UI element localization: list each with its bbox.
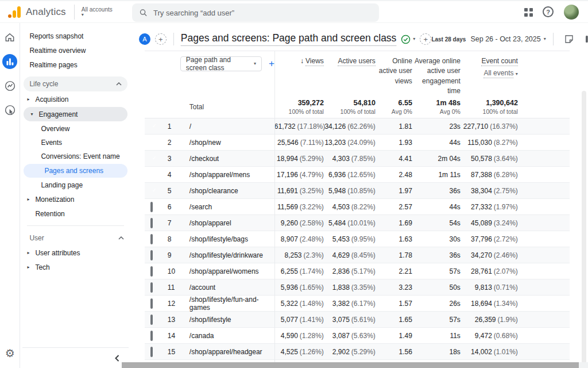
- help-icon[interactable]: ?: [543, 6, 554, 17]
- row-number: 10: [165, 267, 183, 275]
- user-avatar[interactable]: [564, 5, 579, 20]
- row-checkbox[interactable]: [150, 218, 153, 228]
- sidebar-item-retention[interactable]: Retention: [20, 206, 130, 221]
- section-label: User: [29, 234, 44, 242]
- page-path: /shop/lifestyle/drinkware: [183, 251, 274, 259]
- row-checkbox[interactable]: [150, 282, 153, 293]
- row-number: 9: [165, 251, 183, 259]
- sidebar-item-monetization[interactable]: ▸ Monetization: [20, 192, 130, 206]
- divider: [74, 5, 75, 20]
- check-circle-icon: [401, 34, 411, 44]
- column-divider: [274, 51, 275, 363]
- reports-icon[interactable]: [2, 54, 17, 69]
- horizontal-scrollbar: [122, 362, 588, 368]
- row-number: 1: [165, 122, 183, 131]
- chevron-down-icon: ▾: [516, 71, 518, 76]
- sidebar-item-landing-page[interactable]: Landing page: [20, 178, 130, 192]
- expand-arrow-icon: ▸: [27, 264, 33, 270]
- row-checkbox[interactable]: [150, 234, 153, 244]
- sidebar-item-user-attributes[interactable]: ▸ User attributes: [20, 246, 130, 260]
- row-number: 8: [165, 235, 183, 243]
- table-row: 7 /shop/apparel 9,260(2.58%) 5,484(10.01…: [145, 215, 570, 231]
- report-status-badge[interactable]: ▾: [401, 34, 415, 44]
- row-number: 15: [165, 348, 183, 356]
- row-checkbox[interactable]: [150, 315, 153, 325]
- page-path: /shop/lifestyle/bags: [183, 235, 274, 243]
- property-badge[interactable]: A: [139, 33, 150, 45]
- row-checkbox[interactable]: [150, 202, 153, 212]
- sidebar-item-events[interactable]: Events: [20, 136, 130, 150]
- home-icon[interactable]: [2, 30, 17, 45]
- page-path: /search: [183, 203, 274, 211]
- column-header-online-views[interactable]: Online active user views: [376, 56, 412, 86]
- table-header: Page path and screen class ▾ + ↓Views Ac…: [145, 51, 570, 95]
- table-total-row: Total 359,272100% of total 54,810100% of…: [145, 95, 570, 118]
- notes-icon[interactable]: [564, 34, 574, 44]
- event-filter[interactable]: All events ▾: [461, 68, 518, 78]
- row-checkbox[interactable]: [150, 331, 153, 341]
- search-bar[interactable]: [132, 3, 379, 22]
- sidebar-item-reports-snapshot[interactable]: Reports snapshot: [20, 29, 130, 43]
- row-number: 6: [165, 203, 183, 211]
- explore-icon[interactable]: [2, 78, 17, 93]
- row-number: 7: [165, 219, 183, 227]
- sidebar-item-acquisition[interactable]: ▸ Acquisition: [20, 92, 130, 106]
- collapse-arrow-icon: ▾: [30, 112, 36, 117]
- add-report-button[interactable]: +: [420, 33, 431, 45]
- chevron-down-icon: ▾: [82, 13, 84, 17]
- sidebar-item-realtime-overview[interactable]: Realtime overview: [20, 43, 130, 57]
- apps-grid-icon[interactable]: [524, 8, 532, 16]
- dimension-selector[interactable]: Page path and screen class ▾: [180, 56, 262, 71]
- row-number: 13: [165, 316, 183, 324]
- app-bar: Analytics All accounts ▾ ?: [0, 0, 588, 23]
- chevron-down-icon: ▾: [544, 37, 546, 41]
- page-title[interactable]: Pages and screens: Page path and screen …: [181, 32, 397, 46]
- sidebar-item-conversions[interactable]: Conversions: Event name: [20, 150, 130, 163]
- divider: [553, 33, 554, 45]
- row-checkbox[interactable]: [150, 266, 153, 277]
- column-header-avg-engagement[interactable]: Average online active user engagement ti…: [412, 56, 461, 97]
- table-row: 3 /checkout 18,994(5.29%) 4,303(7.85%) 4…: [145, 151, 570, 167]
- add-comparison-button[interactable]: +: [155, 33, 167, 45]
- row-checkbox[interactable]: [150, 347, 153, 357]
- chevron-up-icon: [118, 236, 124, 240]
- product-name: Analytics: [26, 6, 66, 18]
- vertical-scrollbar[interactable]: [582, 91, 586, 365]
- column-header-active-users[interactable]: Active users: [324, 56, 376, 66]
- section-label: Life cycle: [29, 80, 58, 88]
- sidebar-item-overview[interactable]: Overview: [20, 122, 130, 136]
- expand-arrow-icon: ▸: [27, 97, 33, 102]
- admin-gear-icon[interactable]: ⚙: [5, 347, 15, 360]
- date-range-selector[interactable]: Sep 26 - Oct 23, 2025: [470, 35, 540, 43]
- horizontal-scrollbar-thumb[interactable]: [122, 362, 579, 368]
- account-selector-label: All accounts: [82, 6, 113, 13]
- page-path: /shop/apparel/womens: [183, 267, 274, 275]
- row-number: 11: [165, 283, 183, 292]
- comparison-icon[interactable]: [584, 34, 588, 44]
- page-path: /: [183, 122, 274, 131]
- add-dimension-button[interactable]: +: [269, 58, 274, 70]
- table-row: 10 /shop/apparel/womens 6,255(1.74%) 2,8…: [145, 263, 570, 279]
- section-life-cycle[interactable]: Life cycle: [24, 76, 127, 91]
- search-input[interactable]: [153, 9, 372, 17]
- chevron-down-icon: ▾: [413, 37, 415, 41]
- page-path: /shop/new: [183, 139, 274, 147]
- row-checkbox[interactable]: [150, 250, 153, 260]
- report-content: A + Pages and screens: Page path and scr…: [131, 23, 588, 368]
- analytics-logo-icon: [8, 6, 21, 18]
- sidebar-item-realtime-pages[interactable]: Realtime pages: [20, 57, 130, 72]
- collapse-sidebar-button[interactable]: [22, 347, 128, 368]
- table-row: 4 /shop/apparel/mens 17,196(4.79%) 6,936…: [145, 167, 570, 183]
- row-checkbox[interactable]: [150, 298, 153, 309]
- section-user[interactable]: User: [20, 231, 130, 246]
- sidebar-item-engagement[interactable]: ▾ Engagement: [24, 107, 127, 121]
- account-selector[interactable]: All accounts ▾: [82, 6, 113, 17]
- advertising-icon[interactable]: [2, 102, 17, 117]
- page-path: /shop/apparel/mens: [183, 171, 274, 179]
- sidebar-item-pages-and-screens[interactable]: Pages and screens: [24, 164, 127, 178]
- sidebar-item-tech[interactable]: ▸ Tech: [20, 260, 130, 274]
- column-header-views[interactable]: ↓Views: [274, 56, 324, 66]
- sort-desc-icon: ↓: [300, 57, 304, 65]
- column-header-event-count[interactable]: Event count All events ▾: [461, 56, 518, 79]
- report-nav: Reports snapshot Realtime overview Realt…: [20, 23, 130, 368]
